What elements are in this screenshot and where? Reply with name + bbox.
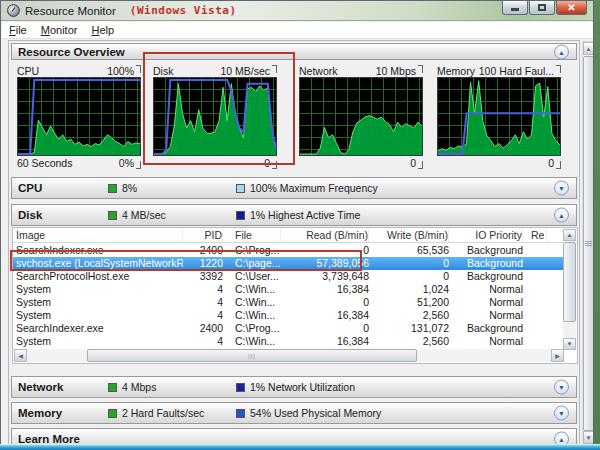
annotation-box-svchost-row <box>10 250 362 271</box>
title-bar[interactable]: Resource Monitor (Windows Vista) ✕ <box>1 1 593 21</box>
blue-swatch <box>236 184 245 193</box>
blue-stat: 1% Network Utilization <box>250 381 355 393</box>
col-pid[interactable]: PID <box>183 228 223 242</box>
menu-bar: File Monitor Help <box>2 22 594 39</box>
close-icon: ✕ <box>567 3 575 13</box>
app-icon <box>7 4 20 17</box>
table-row[interactable]: SearchProtocolHost.exe3392C:\User...3,73… <box>13 270 564 283</box>
table-row[interactable]: SearchIndexer.exe2400C:\Prog...0131,072B… <box>13 322 564 335</box>
cell-io: Normal <box>449 335 523 348</box>
scroll-down-icon[interactable]: ▼ <box>563 338 576 350</box>
expand-cpu-button[interactable]: ▼ <box>554 181 569 196</box>
axis-bracket <box>136 161 141 169</box>
scroll-up-icon[interactable]: ▲ <box>563 229 576 241</box>
chevron-up-icon: ▲ <box>558 436 565 443</box>
graph-name: Network <box>299 65 338 77</box>
green-stat: 2 Hard Faults/sec <box>122 407 204 419</box>
cell-io: Normal <box>449 296 523 309</box>
cell-write: 51,200 <box>369 296 449 309</box>
table-header: Image PID File Read (B/min) Write (B/min… <box>13 228 577 243</box>
network-graph-panel: Network 10 Mbps 0 <box>299 63 423 170</box>
col-write[interactable]: Write (B/min) <box>369 228 449 242</box>
chevron-up-icon: ▲ <box>558 212 565 219</box>
cell-read: 3,739,648 <box>281 270 369 283</box>
cell-image: System <box>13 335 183 348</box>
minimize-button[interactable] <box>502 1 528 15</box>
scroll-left-icon[interactable]: ◀ <box>14 349 27 362</box>
green-swatch <box>108 211 117 220</box>
scroll-up-icon[interactable]: ▲ <box>583 42 594 55</box>
scroll-down-icon[interactable]: ▼ <box>583 431 594 444</box>
expand-memory-button[interactable]: ▼ <box>554 406 569 421</box>
graph-footer-right: 0% <box>119 157 134 169</box>
cell-pid: 4 <box>183 296 223 309</box>
graph-name: CPU <box>17 65 39 77</box>
chevron-down-icon: ▼ <box>558 185 565 192</box>
cell-write: 0 <box>369 270 449 283</box>
axis-bracket <box>418 65 423 73</box>
graph-name: Memory <box>437 65 475 77</box>
table-horizontal-scrollbar[interactable]: ◀ ||| ▶ <box>14 349 564 362</box>
table-row[interactable]: System4C:\Win...16,3842,560Normal <box>13 309 564 322</box>
section-network[interactable]: Network 4 Mbps 1% Network Utilization ▼ <box>11 376 577 398</box>
col-io-priority[interactable]: IO Priority <box>449 228 523 242</box>
blue-swatch <box>236 211 245 220</box>
chevron-down-icon: ▼ <box>558 410 565 417</box>
scrollbar-thumb[interactable] <box>563 242 576 322</box>
table-row[interactable]: System4C:\Win...051,200Normal <box>13 296 564 309</box>
graph-footer-left: 60 Seconds <box>17 157 72 169</box>
section-title: Resource Overview <box>18 46 125 58</box>
chevron-down-icon: ▼ <box>558 384 565 391</box>
cell-pid: 4 <box>183 283 223 296</box>
cell-file: C:\Prog... <box>223 322 281 335</box>
cell-pid: 3392 <box>183 270 223 283</box>
green-stat: 8% <box>122 182 137 194</box>
menu-file[interactable]: File <box>2 23 34 37</box>
cell-image: System <box>13 309 183 322</box>
col-file[interactable]: File <box>223 228 281 242</box>
menu-help[interactable]: Help <box>84 23 121 37</box>
axis-bracket <box>136 65 141 73</box>
menu-monitor[interactable]: Monitor <box>34 23 85 37</box>
cell-pid: 4 <box>183 335 223 348</box>
cell-io: Background <box>449 270 523 283</box>
blue-stat: 100% Maximum Frequency <box>250 182 378 194</box>
memory-graph <box>437 77 561 156</box>
table-row[interactable]: System4C:\Win...16,3842,560Normal <box>13 335 564 348</box>
scrollbar-thumb[interactable]: ||| <box>87 349 417 362</box>
cell-file: C:\Win... <box>223 296 281 309</box>
cell-write: 1,024 <box>369 283 449 296</box>
graph-footer-right: 0 <box>548 157 554 169</box>
close-button[interactable]: ✕ <box>556 1 587 15</box>
cell-file: C:\User... <box>223 270 281 283</box>
cell-write: 2,560 <box>369 335 449 348</box>
cell-image: System <box>13 296 183 309</box>
cell-read: 16,384 <box>281 309 369 322</box>
section-disk[interactable]: Disk 4 MB/sec 1% Highest Active Time ▲ <box>11 204 577 226</box>
desktop: Resource Monitor (Windows Vista) ✕ File … <box>0 0 600 450</box>
maximize-button[interactable] <box>529 1 555 15</box>
blue-swatch <box>236 383 245 392</box>
cell-read: 16,384 <box>281 335 369 348</box>
col-image[interactable]: Image <box>13 228 183 242</box>
section-title: CPU <box>18 182 42 194</box>
table-row[interactable]: System4C:\Win...16,3841,024Normal <box>13 283 564 296</box>
col-read[interactable]: Read (B/min) <box>281 228 369 242</box>
collapse-overview-button[interactable]: ▲ <box>554 44 569 59</box>
cpu-graph-panel: CPU 100% 60 Seconds 0% <box>17 63 141 170</box>
expand-network-button[interactable]: ▼ <box>554 380 569 395</box>
table-vertical-scrollbar[interactable]: ▲ ▼ <box>563 229 576 350</box>
cell-file: C:\Win... <box>223 309 281 322</box>
section-title: Network <box>18 381 63 393</box>
scroll-right-icon[interactable]: ▶ <box>551 349 564 362</box>
main-vertical-scrollbar[interactable]: ▲ ▼ <box>582 41 594 445</box>
graph-footer-right: 0 <box>410 157 416 169</box>
section-memory[interactable]: Memory 2 Hard Faults/sec 54% Used Physic… <box>11 402 577 424</box>
section-cpu[interactable]: CPU 8% 100% Maximum Frequency ▼ <box>11 177 577 199</box>
window-title: Resource Monitor <box>25 5 116 17</box>
scrollbar-thumb[interactable] <box>583 56 594 431</box>
col-response[interactable]: Re <box>523 228 547 242</box>
resource-monitor-window: Resource Monitor (Windows Vista) ✕ File … <box>0 0 594 447</box>
collapse-disk-button[interactable]: ▲ <box>554 208 569 223</box>
green-swatch <box>108 409 117 418</box>
